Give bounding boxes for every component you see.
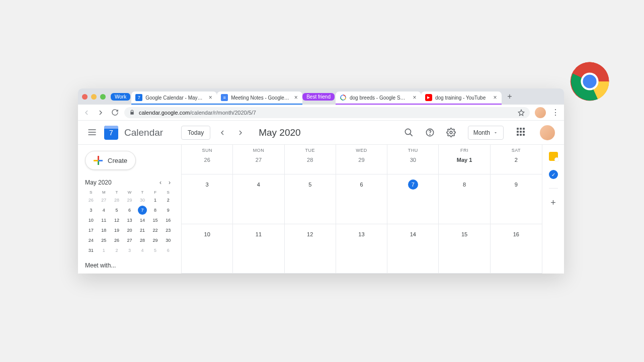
tab-youtube[interactable]: ▶ dog training - YouTube ×	[421, 92, 502, 105]
next-period-button[interactable]	[234, 127, 247, 139]
mini-day-cell[interactable]: 3	[87, 206, 96, 215]
minimize-window-icon[interactable]	[91, 94, 97, 100]
close-tab-icon[interactable]: ×	[411, 94, 418, 101]
mini-day-cell[interactable]: 1	[99, 246, 108, 255]
mini-day-cell[interactable]: 22	[151, 226, 160, 235]
day-cell[interactable]: 9	[491, 174, 542, 224]
mini-day-cell[interactable]: 27	[125, 236, 134, 245]
mini-day-cell[interactable]: 2	[164, 196, 173, 205]
day-cell[interactable]: 16	[491, 224, 542, 274]
day-cell[interactable]: 14	[387, 224, 439, 274]
dow-header-cell[interactable]: TUE28	[285, 145, 336, 174]
day-cell[interactable]: 5	[285, 174, 336, 224]
meet-with-label[interactable]: Meet with...	[85, 262, 174, 269]
address-bar[interactable]: calendar.google.com/calendar/r/month/202…	[124, 107, 530, 118]
create-button[interactable]: Create	[85, 151, 136, 170]
day-cell[interactable]: 10	[182, 224, 233, 274]
mini-prev-button[interactable]: ‹	[156, 179, 165, 186]
mini-day-cell[interactable]: 14	[138, 216, 147, 225]
mini-day-cell[interactable]: 21	[138, 226, 147, 235]
mini-day-cell[interactable]: 15	[151, 216, 160, 225]
dow-header-cell[interactable]: WED29	[336, 145, 387, 174]
maximize-window-icon[interactable]	[100, 94, 106, 100]
mini-day-cell[interactable]: 4	[138, 246, 147, 255]
tab-google-docs[interactable]: ≡ Meeting Notes - Google Docs ×	[217, 92, 302, 105]
day-cell[interactable]: 12	[285, 224, 336, 274]
day-cell[interactable]: 11	[233, 224, 284, 274]
close-tab-icon[interactable]: ×	[207, 94, 214, 101]
day-cell[interactable]: 13	[336, 224, 387, 274]
mini-day-cell[interactable]: 5	[112, 206, 121, 215]
mini-day-cell[interactable]: 2	[112, 246, 121, 255]
mini-day-cell[interactable]: 9	[164, 206, 173, 215]
mini-day-cell[interactable]: 4	[99, 206, 108, 215]
mini-day-cell[interactable]: 28	[112, 196, 121, 205]
mini-day-cell[interactable]: 24	[87, 236, 96, 245]
dow-header-cell[interactable]: MON27	[233, 145, 284, 174]
profile-avatar[interactable]	[535, 107, 546, 118]
mini-day-cell[interactable]: 30	[164, 236, 173, 245]
mini-day-cell[interactable]: 17	[87, 226, 96, 235]
tab-group-work[interactable]: Work	[111, 93, 130, 101]
back-button[interactable]	[82, 108, 91, 117]
new-tab-button[interactable]: +	[504, 90, 516, 103]
mini-day-cell[interactable]: 3	[125, 246, 134, 255]
mini-day-cell[interactable]: 31	[87, 246, 96, 255]
day-cell[interactable]: 6	[336, 174, 387, 224]
main-menu-button[interactable]	[87, 127, 98, 138]
mini-day-cell[interactable]: 27	[99, 196, 108, 205]
chrome-menu-button[interactable]: ⋮	[551, 108, 560, 117]
bookmark-star-icon[interactable]	[518, 109, 525, 116]
mini-day-cell[interactable]: 29	[151, 236, 160, 245]
day-cell[interactable]: 4	[233, 174, 284, 224]
tab-group-bestfriend[interactable]: Best friend	[302, 93, 335, 101]
mini-day-cell[interactable]: 19	[112, 226, 121, 235]
mini-day-cell[interactable]: 13	[125, 216, 134, 225]
mini-day-cell[interactable]: 6	[164, 246, 173, 255]
mini-day-cell[interactable]: 23	[164, 226, 173, 235]
mini-day-cell[interactable]: 16	[164, 216, 173, 225]
tasks-icon[interactable]: ✓	[549, 170, 558, 179]
reload-button[interactable]	[110, 108, 119, 117]
mini-day-cell[interactable]: 20	[125, 226, 134, 235]
mini-day-cell[interactable]: 30	[138, 196, 147, 205]
close-tab-icon[interactable]: ×	[292, 94, 299, 101]
prev-period-button[interactable]	[216, 127, 228, 139]
search-button[interactable]	[404, 127, 415, 138]
day-cell[interactable]: 15	[439, 224, 490, 274]
close-window-icon[interactable]	[82, 94, 88, 100]
google-apps-button[interactable]	[517, 128, 527, 138]
view-selector[interactable]: Month	[468, 126, 504, 140]
mini-day-cell[interactable]: 7	[138, 206, 147, 215]
day-cell[interactable]: 3	[182, 174, 233, 224]
forward-button[interactable]	[96, 108, 105, 117]
day-cell[interactable]: 7	[387, 174, 439, 224]
mini-day-cell[interactable]: 18	[99, 226, 108, 235]
dow-header-cell[interactable]: THU30	[387, 145, 439, 174]
account-avatar[interactable]	[540, 125, 555, 140]
support-button[interactable]	[425, 127, 436, 138]
mini-day-cell[interactable]: 28	[138, 236, 147, 245]
tab-google-calendar[interactable]: 7 Google Calendar - May 2020 ×	[131, 92, 217, 105]
add-addon-button[interactable]: +	[550, 198, 556, 208]
tab-google-search[interactable]: dog breeds - Google Search ×	[336, 92, 421, 105]
dow-header-cell[interactable]: SAT2	[491, 145, 542, 174]
settings-button[interactable]	[446, 127, 457, 138]
day-cell[interactable]: 8	[439, 174, 490, 224]
mini-day-cell[interactable]: 25	[99, 236, 108, 245]
mini-day-cell[interactable]: 12	[112, 216, 121, 225]
keep-icon[interactable]	[549, 152, 558, 161]
dow-header-cell[interactable]: FRIMay 1	[439, 145, 490, 174]
mini-next-button[interactable]: ›	[165, 179, 174, 186]
close-tab-icon[interactable]: ×	[492, 94, 499, 101]
mini-day-cell[interactable]: 26	[87, 196, 96, 205]
mini-day-cell[interactable]: 29	[125, 196, 134, 205]
mini-day-cell[interactable]: 1	[151, 196, 160, 205]
today-button[interactable]: Today	[181, 126, 210, 140]
mini-day-cell[interactable]: 8	[151, 206, 160, 215]
mini-day-cell[interactable]: 10	[87, 216, 96, 225]
mini-day-cell[interactable]: 26	[112, 236, 121, 245]
mini-day-cell[interactable]: 6	[125, 206, 134, 215]
dow-header-cell[interactable]: SUN26	[182, 145, 233, 174]
mini-day-cell[interactable]: 5	[151, 246, 160, 255]
